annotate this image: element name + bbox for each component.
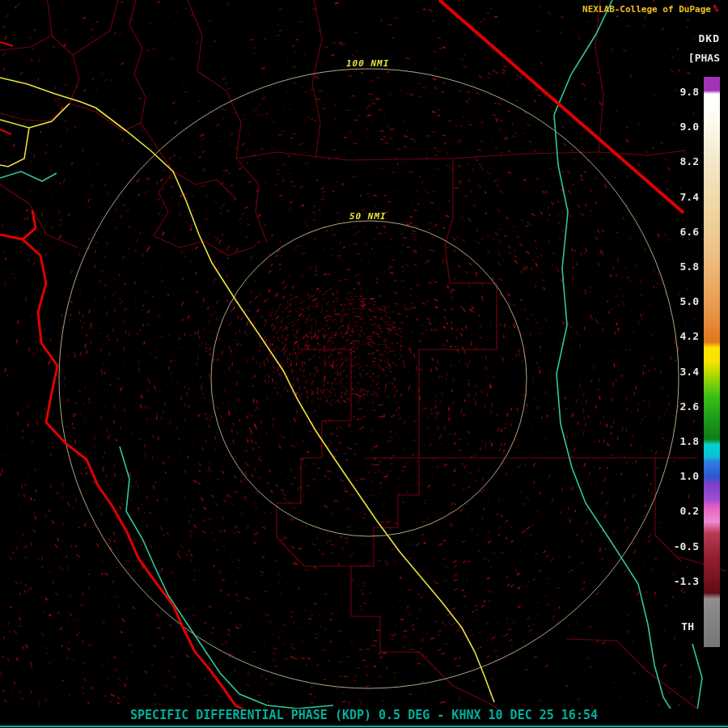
brand-logo-icon: % [713, 4, 718, 13]
units-label: [PHAS [688, 52, 720, 64]
coastline [0, 235, 245, 710]
product-code-label: DKD [699, 32, 720, 44]
tick-label: 1.8 [680, 435, 699, 448]
status-bar: SPECIFIC DIFFERENTIAL PHASE (KDP) 0.5 DE… [0, 709, 728, 728]
range-ring-100nmi [59, 69, 679, 688]
tick-label: -0.5 [674, 540, 699, 553]
tick-label: 1.0 [680, 470, 699, 483]
coastline-fork [23, 210, 36, 239]
road-fragment [0, 129, 11, 134]
tick-label: 2.6 [680, 400, 699, 413]
tick-label: 5.8 [680, 260, 699, 273]
outer-ring-label: 100 NMI [346, 58, 389, 69]
range-rings [59, 69, 679, 688]
tick-label: 9.0 [680, 121, 699, 133]
threshold-label: TH [681, 620, 694, 633]
tick-label: 8.2 [680, 155, 699, 168]
tick-label: 6.6 [680, 226, 699, 239]
color-scale-ticks: 9.8 9.0 8.2 7.4 6.6 5.8 5.0 4.2 3.4 2.6 … [674, 86, 699, 588]
footer-divider [0, 726, 728, 727]
radar-viewer: 100 NMI 50 NMI NEXLAB-College of DuPage … [0, 0, 728, 728]
status-text: SPECIFIC DIFFERENTIAL PHASE (KDP) 0.5 DE… [0, 708, 728, 722]
tick-label: 5.0 [680, 295, 699, 308]
inner-ring-label: 50 NMI [349, 211, 387, 222]
tick-label: 9.8 [680, 86, 699, 99]
tick-label: -1.3 [674, 575, 699, 588]
county-boundaries [0, 0, 726, 710]
radar-map: 100 NMI 50 NMI [0, 0, 728, 710]
tick-label: 4.2 [680, 330, 699, 343]
tick-label: 3.4 [680, 366, 699, 379]
coastline-and-borders [0, 0, 684, 710]
tick-label: 7.4 [680, 191, 699, 204]
tick-label: 0.2 [680, 505, 699, 518]
road-fragment [0, 42, 13, 46]
brand-label: NEXLAB-College of DuPage [582, 4, 711, 15]
brand-text: NEXLAB-College of DuPage % [582, 4, 718, 15]
kdp-color-scale [704, 77, 720, 647]
range-ring-50nmi [211, 221, 527, 536]
